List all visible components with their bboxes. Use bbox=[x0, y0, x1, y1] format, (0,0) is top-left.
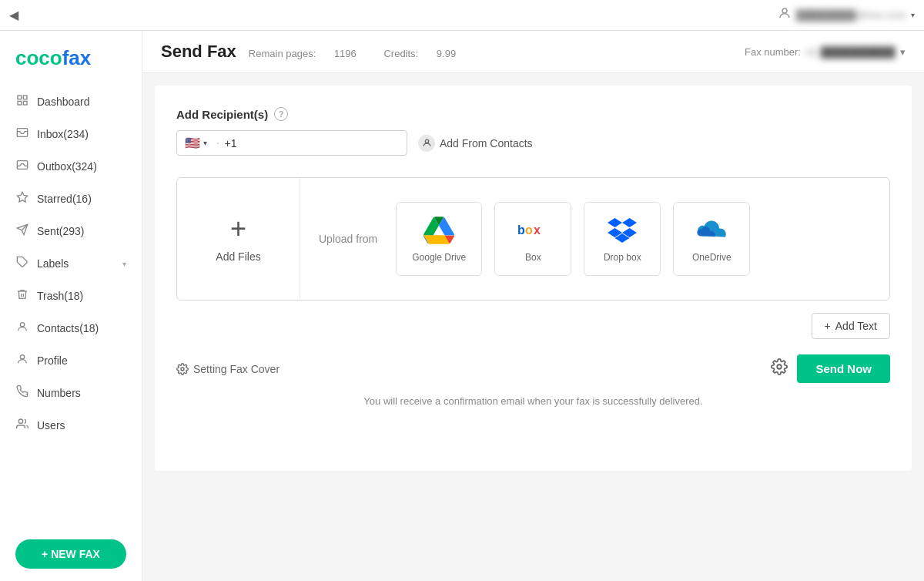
onedrive-label: OneDrive bbox=[692, 252, 732, 263]
sidebar-label-users: Users bbox=[37, 419, 126, 432]
sidebar-label-contacts: Contacts(18) bbox=[37, 322, 126, 334]
sidebar-item-starred[interactable]: Starred(16) bbox=[0, 183, 142, 215]
labels-icon bbox=[15, 256, 29, 271]
outbox-icon bbox=[15, 159, 29, 174]
svg-point-14 bbox=[425, 139, 428, 143]
confirmation-text: You will receive a confirmation email wh… bbox=[176, 395, 890, 407]
labels-chevron-icon: ▾ bbox=[122, 260, 126, 268]
sidebar-item-numbers[interactable]: Numbers bbox=[0, 377, 142, 409]
recipient-row: 🇺🇸 ▾ · Add From Contacts bbox=[176, 130, 890, 156]
add-text-plus-icon: + bbox=[825, 320, 831, 332]
page-title: Send Fax bbox=[161, 42, 236, 62]
credits-label: Credits: 9.99 bbox=[383, 48, 468, 59]
page-header: Send Fax Remain pages: 1196 Credits: 9.9… bbox=[142, 31, 924, 73]
svg-rect-6 bbox=[17, 161, 27, 170]
sidebar-item-sent[interactable]: Sent(293) bbox=[0, 215, 142, 247]
fax-number-dropdown-icon[interactable]: ▾ bbox=[900, 46, 906, 58]
sidebar-label-dashboard: Dashboard bbox=[37, 96, 126, 108]
svg-point-24 bbox=[778, 364, 782, 369]
sidebar: cocofax Dashboard Inbox(234) bbox=[0, 31, 142, 581]
sidebar-item-trash[interactable]: Trash(18) bbox=[0, 280, 142, 312]
svg-rect-2 bbox=[23, 96, 27, 99]
collapse-icon[interactable]: ◀ bbox=[9, 8, 18, 22]
remain-pages-label: Remain pages: 1196 bbox=[249, 48, 372, 59]
page-meta: Remain pages: 1196 Credits: 9.99 bbox=[249, 48, 480, 59]
topbar-right: ████████@live.com ▾ bbox=[778, 6, 915, 24]
contacts-icon bbox=[15, 321, 29, 336]
add-contacts-button[interactable]: Add From Contacts bbox=[418, 135, 533, 152]
onedrive-option[interactable]: OneDrive bbox=[673, 202, 750, 276]
svg-rect-4 bbox=[23, 101, 27, 105]
main-layout: cocofax Dashboard Inbox(234) bbox=[0, 31, 924, 581]
logo-area: cocofax bbox=[0, 43, 142, 86]
sidebar-item-dashboard[interactable]: Dashboard bbox=[0, 86, 142, 118]
gear-button[interactable] bbox=[771, 358, 788, 379]
user-dropdown-arrow[interactable]: ▾ bbox=[911, 11, 915, 19]
sidebar-label-profile: Profile bbox=[37, 354, 126, 367]
add-text-button[interactable]: + Add Text bbox=[812, 313, 890, 339]
flag-selector[interactable]: 🇺🇸 ▾ bbox=[185, 136, 207, 150]
dropbox-option[interactable]: Drop box bbox=[584, 202, 661, 276]
bottom-actions: + Add Text bbox=[176, 313, 890, 339]
box-label: Box bbox=[525, 252, 541, 263]
flag-dropdown-dot: ▾ bbox=[203, 139, 207, 147]
sidebar-item-labels[interactable]: Labels ▾ bbox=[0, 247, 142, 280]
upload-from-section: Upload from bbox=[300, 178, 889, 300]
google-drive-icon bbox=[424, 215, 454, 246]
credits-value: 9.99 bbox=[437, 48, 456, 59]
fax-number-value: +1 ██████████ bbox=[805, 46, 896, 58]
sidebar-item-outbox[interactable]: Outbox(324) bbox=[0, 150, 142, 183]
sent-icon bbox=[15, 223, 29, 239]
help-icon[interactable]: ? bbox=[274, 107, 288, 121]
phone-input-wrapper: 🇺🇸 ▾ · bbox=[176, 130, 407, 156]
sidebar-nav: Dashboard Inbox(234) Outbox(324) bbox=[0, 86, 142, 527]
plus-icon: + bbox=[230, 215, 246, 243]
contacts-button-icon bbox=[418, 135, 435, 152]
svg-point-11 bbox=[20, 323, 24, 327]
logo: cocofax bbox=[15, 46, 126, 70]
google-drive-label: Google Drive bbox=[412, 252, 466, 263]
phone-input[interactable] bbox=[224, 137, 399, 149]
sidebar-label-numbers: Numbers bbox=[37, 387, 126, 399]
profile-icon bbox=[15, 353, 29, 368]
svg-point-12 bbox=[20, 355, 24, 359]
svg-point-13 bbox=[18, 419, 22, 423]
dashboard-icon bbox=[15, 94, 29, 109]
onedrive-icon bbox=[696, 215, 727, 246]
send-now-button[interactable]: Send Now bbox=[797, 354, 890, 383]
sidebar-label-labels: Labels bbox=[37, 257, 115, 270]
logo-fax: fax bbox=[62, 46, 92, 69]
topbar-left: ◀ bbox=[9, 8, 18, 22]
svg-text:o: o bbox=[525, 223, 533, 237]
svg-marker-19 bbox=[622, 218, 637, 227]
add-files-label: Add Files bbox=[216, 250, 260, 263]
add-text-label: Add Text bbox=[835, 320, 877, 332]
svg-point-23 bbox=[181, 368, 184, 371]
sidebar-item-users[interactable]: Users bbox=[0, 409, 142, 442]
svg-text:b: b bbox=[517, 223, 525, 237]
box-option[interactable]: b o x Box bbox=[494, 202, 571, 276]
user-email: ████████@live.com bbox=[796, 9, 906, 21]
google-drive-option[interactable]: Google Drive bbox=[396, 202, 482, 276]
sidebar-item-contacts[interactable]: Contacts(18) bbox=[0, 312, 142, 344]
topbar: ◀ ████████@live.com ▾ bbox=[0, 0, 924, 31]
fax-cover-label: Setting Fax Cover bbox=[193, 363, 280, 375]
sidebar-label-outbox: Outbox(324) bbox=[37, 160, 126, 173]
svg-marker-7 bbox=[17, 192, 27, 202]
svg-text:x: x bbox=[534, 223, 541, 237]
page-header-left: Send Fax Remain pages: 1196 Credits: 9.9… bbox=[161, 42, 480, 62]
svg-rect-1 bbox=[18, 96, 22, 99]
add-files-section[interactable]: + Add Files bbox=[177, 178, 300, 300]
star-icon bbox=[15, 191, 29, 207]
sidebar-label-trash: Trash(18) bbox=[37, 290, 126, 302]
remain-pages-value: 1196 bbox=[334, 48, 357, 59]
new-fax-button[interactable]: + NEW FAX bbox=[15, 539, 126, 569]
users-icon bbox=[15, 418, 29, 433]
settings-icon bbox=[176, 363, 189, 375]
page-header-right: Fax number: +1 ██████████ ▾ bbox=[745, 46, 906, 58]
fax-cover-button[interactable]: Setting Fax Cover bbox=[176, 363, 280, 375]
fax-number-label: Fax number: bbox=[745, 46, 801, 58]
sidebar-item-inbox[interactable]: Inbox(234) bbox=[0, 118, 142, 150]
trash-icon bbox=[15, 288, 29, 304]
sidebar-item-profile[interactable]: Profile bbox=[0, 344, 142, 377]
